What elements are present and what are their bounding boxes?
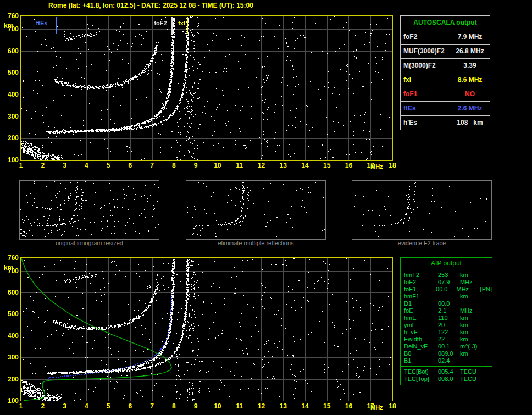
- aip-extra: [485, 272, 492, 279]
- y-tick-label: 600: [1, 47, 19, 55]
- aip-label: hmF1: [404, 293, 438, 300]
- aip-table-row: foF207.9MHz: [401, 279, 492, 286]
- aip-label: ymE: [404, 322, 438, 329]
- aip-table-row: foF100.0MHz[PN]: [401, 286, 492, 293]
- y-tick-label: 400: [1, 332, 19, 340]
- aip-val: 02.4: [438, 357, 460, 364]
- aip-extra: [485, 329, 492, 336]
- aip-unit: MHz: [460, 279, 485, 286]
- y-tick-label: 700: [1, 25, 19, 33]
- aip-tec-body: TEC[Bot]005.4TECUTEC[Top]008.0TECU: [401, 368, 492, 383]
- aip-unit: km: [460, 272, 485, 279]
- x-tick-label: 13: [277, 402, 289, 410]
- autoscala-row-label: foF2: [401, 30, 450, 44]
- aip-val: 00.1: [438, 343, 460, 350]
- x-tick-label: 15: [321, 162, 333, 169]
- x-tick-label: 16: [342, 402, 354, 410]
- aip-extra: [485, 293, 492, 300]
- thumbnail-original-ionogram: [19, 180, 159, 240]
- aip-table-row: hmF1---km: [401, 293, 492, 300]
- x-tick-label: 14: [299, 162, 311, 169]
- aip-val: 253: [438, 272, 460, 279]
- aip-extra: [485, 314, 492, 322]
- aip-label: Ewidth: [404, 336, 438, 343]
- x-tick-label: 10: [212, 162, 224, 169]
- aip-label: B0: [404, 350, 438, 357]
- autoscala-row-label: foF1: [401, 87, 450, 101]
- aip-label: TEC[Bot]: [404, 368, 438, 375]
- x-tick-label: 9: [190, 162, 202, 169]
- aip-label: B1: [404, 357, 438, 364]
- thumbnail-caption-eliminate: eliminate multiple reflections: [186, 240, 326, 246]
- aip-val: 00.0: [436, 286, 456, 293]
- station-date-title: Rome (lat: +41.8, lon: 012.5) - DATE: 20…: [48, 2, 253, 9]
- thumbnail-original-canvas: [20, 181, 159, 237]
- aip-val: 2.1: [438, 307, 460, 314]
- y-tick-label: 200: [1, 134, 19, 142]
- x-tick-label: 4: [80, 162, 92, 169]
- x-tick-label: 18: [386, 402, 398, 410]
- autoscala-window: Rome (lat: +41.8, lon: 012.5) - DATE: 20…: [0, 0, 532, 415]
- thumbnail-caption-original: original ionogram resized: [19, 240, 159, 246]
- aip-table-row: Ewidth22km: [401, 336, 492, 343]
- aip-label: h_vE: [404, 329, 438, 336]
- x-tick-label: 3: [59, 402, 71, 410]
- aip-label: foE: [404, 307, 438, 314]
- aip-val: 20: [438, 322, 460, 329]
- aip-extra: [485, 279, 492, 286]
- x-tick-label: 10: [212, 402, 224, 410]
- aip-table-row: hmF2253km: [401, 272, 492, 279]
- aip-val: 07.9: [438, 279, 460, 286]
- x-tick-label: 15: [321, 402, 333, 410]
- x-tick-label: 3: [59, 162, 71, 169]
- x-tick-label: 5: [102, 402, 114, 410]
- x-tick-label: 7: [146, 402, 158, 410]
- x-tick-label: 17: [364, 402, 376, 410]
- aip-label: TEC[Top]: [404, 375, 438, 383]
- autoscala-table-body: foF27.9 MHzMUF(3000)F226.8 MHzM(3000)F23…: [401, 30, 490, 130]
- aip-table-row: ymE20km: [401, 322, 492, 329]
- ionogram-canvas-top: [21, 16, 392, 160]
- autoscala-row-value: 26.8 MHz: [450, 45, 490, 58]
- aip-table-row: DelN_vE00.1m^(-3): [401, 343, 492, 350]
- aip-unit: km: [460, 336, 485, 343]
- x-tick-label: 8: [168, 162, 180, 169]
- x-tick-label: 18: [386, 162, 398, 169]
- autoscala-table-row: ftEs2.6 MHz: [401, 102, 490, 116]
- autoscala-table-title: AUTOSCALA output: [401, 16, 490, 30]
- aip-val: 22: [438, 336, 460, 343]
- aip-extra: [485, 307, 492, 314]
- aip-unit: km: [460, 293, 485, 300]
- autoscala-table-row: MUF(3000)F226.8 MHz: [401, 45, 490, 59]
- x-tick-label: 16: [342, 162, 354, 169]
- aip-table-row: D100.0: [401, 300, 492, 307]
- autoscala-row-value: 108 km: [450, 116, 490, 130]
- x-tick-label: 13: [277, 162, 289, 169]
- y-tick-label: 700: [1, 267, 19, 275]
- aip-extra: [485, 336, 492, 343]
- aip-unit: MHz: [460, 307, 485, 314]
- aip-table-row: TEC[Top]008.0TECU: [401, 375, 492, 383]
- y-tick-label: 500: [1, 310, 19, 318]
- autoscala-table-row: foF27.9 MHz: [401, 30, 490, 45]
- autoscala-row-label: MUF(3000)F2: [401, 45, 450, 58]
- aip-val: 110: [438, 314, 460, 322]
- x-tick-label: 14: [299, 402, 311, 410]
- autoscala-row-value: 2.6 MHz: [450, 102, 490, 115]
- x-tick-label: 12: [255, 162, 267, 169]
- y-tick-label: 760: [1, 254, 19, 262]
- thumbnail-eliminate-reflections: [186, 180, 326, 240]
- y-tick-label: 600: [1, 289, 19, 296]
- aip-table-row: hmE110km: [401, 314, 492, 322]
- aip-unit: km: [460, 314, 485, 322]
- aip-unit: km: [460, 322, 485, 329]
- aip-label: DelN_vE: [404, 343, 438, 350]
- y-tick-label: 300: [1, 353, 19, 361]
- aip-unit: km: [460, 329, 485, 336]
- aip-unit: m^(-3): [460, 343, 485, 350]
- autoscala-table-row: M(3000)F23.39: [401, 59, 490, 73]
- aip-unit: km: [460, 350, 485, 357]
- autoscala-output-table: AUTOSCALA output foF27.9 MHzMUF(3000)F22…: [400, 15, 490, 130]
- aip-extra: [485, 368, 492, 375]
- autoscala-table-row: h'Es108 km: [401, 116, 490, 130]
